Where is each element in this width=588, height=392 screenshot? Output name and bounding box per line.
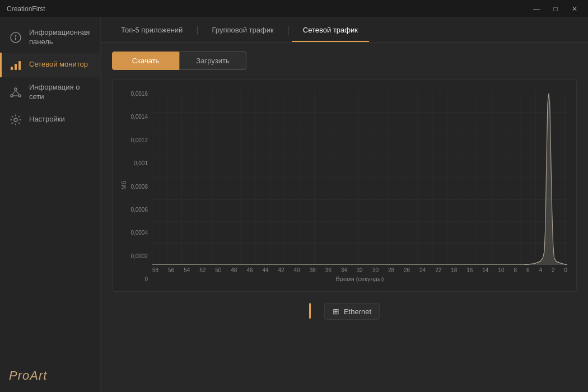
legend-separator xyxy=(309,303,311,319)
tab-content: Скачать Загрузить Мб 0,0016 0,0014 0,001… xyxy=(101,43,588,392)
svg-line-10 xyxy=(16,90,19,95)
chart-inner: Мб 0,0016 0,0014 0,0012 0,001 0,0008 0,0… xyxy=(122,91,567,282)
settings-icon xyxy=(9,113,22,127)
svg-rect-5 xyxy=(18,61,21,70)
sidebar-label-settings: Настройки xyxy=(29,115,65,124)
svg-marker-51 xyxy=(152,94,567,265)
tab-sep-1: | xyxy=(196,25,198,35)
sidebar-label-network-info: Информация о сети xyxy=(29,83,91,102)
maximize-button[interactable]: □ xyxy=(547,3,564,15)
close-button[interactable]: ✕ xyxy=(566,3,584,15)
x-axis: 58 56 54 52 50 48 46 44 42 40 38 36 xyxy=(152,265,567,273)
network-info-icon xyxy=(9,86,22,99)
sidebar-item-network-info[interactable]: Информация о сети xyxy=(0,77,100,108)
chart-svg xyxy=(152,91,567,265)
y-val-4: 0,001 xyxy=(134,160,148,166)
y-val-5: 0,0008 xyxy=(130,184,148,190)
sidebar-bottom: ProArt xyxy=(0,360,100,392)
svg-rect-4 xyxy=(15,64,17,70)
svg-point-1 xyxy=(15,35,17,36)
svg-line-9 xyxy=(12,90,16,95)
sidebar-item-info-panel[interactable]: Информационная панель xyxy=(0,22,100,53)
svg-rect-2 xyxy=(15,38,16,40)
svg-point-8 xyxy=(18,95,21,97)
sidebar-label-network-monitor: Сетевой монитор xyxy=(29,60,88,69)
ethernet-label: Ethernet xyxy=(344,307,371,316)
svg-point-6 xyxy=(15,88,17,90)
network-monitor-icon xyxy=(9,58,22,72)
sidebar: Информационная панель Сетевой монитор xyxy=(0,18,101,392)
y-axis-label: Мб xyxy=(120,181,127,189)
svg-rect-3 xyxy=(11,67,13,70)
ethernet-icon: ⊞ xyxy=(333,307,339,316)
toggle-row: Скачать Загрузить xyxy=(112,52,577,70)
download-toggle[interactable]: Скачать xyxy=(112,52,179,70)
svg-point-7 xyxy=(11,95,13,97)
tab-network-traffic[interactable]: Сетевой трафик xyxy=(292,18,369,42)
app-title: CreationFirst xyxy=(7,5,45,13)
info-panel-icon xyxy=(9,31,22,44)
y-val-9: 0 xyxy=(144,276,148,282)
y-val-8: 0,0002 xyxy=(130,253,148,259)
sidebar-label-info-panel: Информационная панель xyxy=(29,28,91,47)
sidebar-item-network-monitor[interactable]: Сетевой монитор xyxy=(0,53,100,77)
titlebar: CreationFirst — □ ✕ xyxy=(0,0,588,18)
y-val-3: 0,0012 xyxy=(130,137,148,143)
upload-toggle[interactable]: Загрузить xyxy=(179,52,246,70)
tab-sep-2: | xyxy=(287,25,290,35)
tab-group-traffic[interactable]: Групповой трафик xyxy=(201,18,285,42)
sidebar-item-settings[interactable]: Настройки xyxy=(0,108,100,132)
app-body: Информационная панель Сетевой монитор xyxy=(0,18,588,392)
window-controls: — □ ✕ xyxy=(528,3,584,15)
tabbar: Топ-5 приложений | Групповой трафик | Се… xyxy=(101,18,588,43)
minimize-button[interactable]: — xyxy=(528,3,545,15)
y-val-6: 0,0006 xyxy=(130,207,148,213)
main-content: Топ-5 приложений | Групповой трафик | Се… xyxy=(101,18,588,392)
tab-top5[interactable]: Топ-5 приложений xyxy=(110,18,194,42)
y-val-7: 0,0004 xyxy=(130,230,148,236)
legend-item-ethernet[interactable]: ⊞ Ethernet xyxy=(324,303,380,320)
x-axis-title: Время (секунды) xyxy=(152,276,567,282)
proart-logo: ProArt xyxy=(9,368,91,383)
chart-container: Мб 0,0016 0,0014 0,0012 0,001 0,0008 0,0… xyxy=(112,79,577,292)
y-val-2: 0,0014 xyxy=(130,114,148,120)
svg-point-12 xyxy=(14,118,17,122)
y-val-1: 0,0016 xyxy=(130,91,148,97)
legend-area: ⊞ Ethernet xyxy=(112,303,577,320)
chart-plot-area: 58 56 54 52 50 48 46 44 42 40 38 36 xyxy=(152,91,567,282)
